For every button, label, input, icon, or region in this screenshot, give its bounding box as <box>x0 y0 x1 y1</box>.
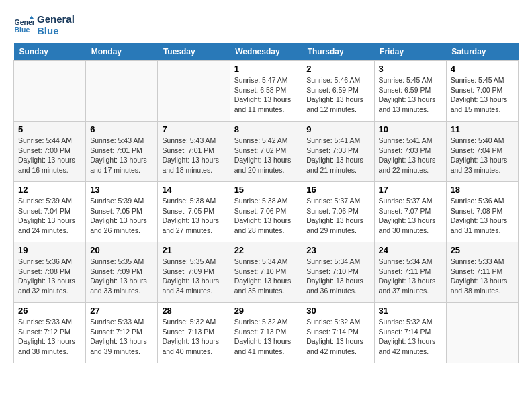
day-number: 22 <box>234 245 298 255</box>
day-number: 25 <box>451 245 514 255</box>
day-number: 31 <box>379 306 442 316</box>
day-info: Sunrise: 5:35 AMSunset: 7:09 PMDaylight:… <box>90 257 153 296</box>
day-info: Sunrise: 5:33 AMSunset: 7:11 PMDaylight:… <box>451 257 514 296</box>
day-info: Sunrise: 5:32 AMSunset: 7:14 PMDaylight:… <box>306 317 369 357</box>
calendar-cell: 13Sunrise: 5:39 AMSunset: 7:05 PMDayligh… <box>86 182 158 242</box>
day-number: 5 <box>18 124 81 134</box>
day-info: Sunrise: 5:42 AMSunset: 7:02 PMDaylight:… <box>234 136 298 175</box>
calendar-cell: 18Sunrise: 5:36 AMSunset: 7:08 PMDayligh… <box>446 182 518 242</box>
calendar-cell: 20Sunrise: 5:35 AMSunset: 7:09 PMDayligh… <box>86 242 158 303</box>
calendar-week-row: 19Sunrise: 5:36 AMSunset: 7:08 PMDayligh… <box>14 242 519 303</box>
day-number: 1 <box>234 64 298 74</box>
calendar-cell: 14Sunrise: 5:38 AMSunset: 7:05 PMDayligh… <box>158 182 230 242</box>
day-info: Sunrise: 5:32 AMSunset: 7:14 PMDaylight:… <box>379 317 442 357</box>
day-number: 19 <box>18 245 81 255</box>
day-info: Sunrise: 5:33 AMSunset: 7:12 PMDaylight:… <box>90 317 153 357</box>
day-number: 24 <box>379 245 442 255</box>
calendar-cell: 7Sunrise: 5:43 AMSunset: 7:01 PMDaylight… <box>158 122 230 182</box>
column-header-wednesday: Wednesday <box>230 43 302 61</box>
day-info: Sunrise: 5:37 AMSunset: 7:07 PMDaylight:… <box>379 196 442 236</box>
day-number: 27 <box>90 306 153 316</box>
day-info: Sunrise: 5:39 AMSunset: 7:04 PMDaylight:… <box>18 196 81 236</box>
calendar-cell: 1Sunrise: 5:47 AMSunset: 6:58 PMDaylight… <box>230 61 302 122</box>
calendar-cell: 4Sunrise: 5:45 AMSunset: 7:00 PMDaylight… <box>446 61 518 122</box>
day-number: 20 <box>90 245 153 255</box>
calendar-cell: 8Sunrise: 5:42 AMSunset: 7:02 PMDaylight… <box>230 122 302 182</box>
day-info: Sunrise: 5:43 AMSunset: 7:01 PMDaylight:… <box>90 136 153 175</box>
calendar-cell <box>446 303 518 363</box>
day-info: Sunrise: 5:43 AMSunset: 7:01 PMDaylight:… <box>162 136 225 175</box>
day-info: Sunrise: 5:40 AMSunset: 7:04 PMDaylight:… <box>451 136 514 175</box>
calendar-cell: 5Sunrise: 5:44 AMSunset: 7:00 PMDaylight… <box>14 122 86 182</box>
day-info: Sunrise: 5:36 AMSunset: 7:08 PMDaylight:… <box>18 257 81 296</box>
calendar-cell <box>86 61 158 122</box>
logo-blue: Blue <box>37 25 75 36</box>
calendar-week-row: 26Sunrise: 5:33 AMSunset: 7:12 PMDayligh… <box>14 303 519 363</box>
calendar-cell: 11Sunrise: 5:40 AMSunset: 7:04 PMDayligh… <box>446 122 518 182</box>
day-info: Sunrise: 5:39 AMSunset: 7:05 PMDaylight:… <box>90 196 153 236</box>
calendar-cell: 2Sunrise: 5:46 AMSunset: 6:59 PMDaylight… <box>302 61 374 122</box>
day-number: 11 <box>451 124 514 134</box>
day-info: Sunrise: 5:33 AMSunset: 7:12 PMDaylight:… <box>18 317 81 357</box>
page-header: General Blue General Blue <box>13 13 519 36</box>
column-header-saturday: Saturday <box>446 43 518 61</box>
calendar-cell: 25Sunrise: 5:33 AMSunset: 7:11 PMDayligh… <box>446 242 518 303</box>
calendar-week-row: 12Sunrise: 5:39 AMSunset: 7:04 PMDayligh… <box>14 182 519 242</box>
logo: General Blue General Blue <box>13 13 75 36</box>
calendar-header-row: SundayMondayTuesdayWednesdayThursdayFrid… <box>14 43 519 61</box>
day-info: Sunrise: 5:32 AMSunset: 7:13 PMDaylight:… <box>234 317 298 357</box>
calendar-cell: 27Sunrise: 5:33 AMSunset: 7:12 PMDayligh… <box>86 303 158 363</box>
day-number: 6 <box>90 124 153 134</box>
calendar-cell: 31Sunrise: 5:32 AMSunset: 7:14 PMDayligh… <box>374 303 446 363</box>
svg-text:Blue: Blue <box>15 26 30 34</box>
day-info: Sunrise: 5:38 AMSunset: 7:05 PMDaylight:… <box>162 196 225 236</box>
calendar-cell: 26Sunrise: 5:33 AMSunset: 7:12 PMDayligh… <box>14 303 86 363</box>
day-info: Sunrise: 5:34 AMSunset: 7:11 PMDaylight:… <box>379 257 442 296</box>
logo-icon: General Blue <box>13 15 34 35</box>
day-number: 7 <box>162 124 225 134</box>
calendar-cell: 28Sunrise: 5:32 AMSunset: 7:13 PMDayligh… <box>158 303 230 363</box>
calendar-cell: 6Sunrise: 5:43 AMSunset: 7:01 PMDaylight… <box>86 122 158 182</box>
day-number: 2 <box>306 64 369 74</box>
day-number: 9 <box>306 124 369 134</box>
day-number: 14 <box>162 185 225 195</box>
calendar-cell: 24Sunrise: 5:34 AMSunset: 7:11 PMDayligh… <box>374 242 446 303</box>
calendar-cell: 30Sunrise: 5:32 AMSunset: 7:14 PMDayligh… <box>302 303 374 363</box>
day-info: Sunrise: 5:35 AMSunset: 7:09 PMDaylight:… <box>162 257 225 296</box>
calendar-cell <box>158 61 230 122</box>
day-info: Sunrise: 5:45 AMSunset: 7:00 PMDaylight:… <box>451 75 514 115</box>
day-info: Sunrise: 5:47 AMSunset: 6:58 PMDaylight:… <box>234 75 298 115</box>
column-header-friday: Friday <box>374 43 446 61</box>
day-number: 3 <box>379 64 442 74</box>
day-number: 18 <box>451 185 514 195</box>
day-number: 30 <box>306 306 369 316</box>
day-info: Sunrise: 5:34 AMSunset: 7:10 PMDaylight:… <box>234 257 298 296</box>
column-header-tuesday: Tuesday <box>158 43 230 61</box>
calendar-cell: 12Sunrise: 5:39 AMSunset: 7:04 PMDayligh… <box>14 182 86 242</box>
day-info: Sunrise: 5:38 AMSunset: 7:06 PMDaylight:… <box>234 196 298 236</box>
day-info: Sunrise: 5:32 AMSunset: 7:13 PMDaylight:… <box>162 317 225 357</box>
day-number: 8 <box>234 124 298 134</box>
calendar-cell: 23Sunrise: 5:34 AMSunset: 7:10 PMDayligh… <box>302 242 374 303</box>
day-number: 29 <box>234 306 298 316</box>
day-number: 21 <box>162 245 225 255</box>
calendar-cell: 3Sunrise: 5:45 AMSunset: 6:59 PMDaylight… <box>374 61 446 122</box>
day-number: 12 <box>18 185 81 195</box>
calendar-week-row: 1Sunrise: 5:47 AMSunset: 6:58 PMDaylight… <box>14 61 519 122</box>
column-header-thursday: Thursday <box>302 43 374 61</box>
calendar-cell <box>14 61 86 122</box>
day-info: Sunrise: 5:34 AMSunset: 7:10 PMDaylight:… <box>306 257 369 296</box>
day-info: Sunrise: 5:45 AMSunset: 6:59 PMDaylight:… <box>379 75 442 115</box>
logo-general: General <box>37 13 75 25</box>
day-number: 23 <box>306 245 369 255</box>
day-info: Sunrise: 5:41 AMSunset: 7:03 PMDaylight:… <box>379 136 442 175</box>
day-number: 17 <box>379 185 442 195</box>
day-info: Sunrise: 5:46 AMSunset: 6:59 PMDaylight:… <box>306 75 369 115</box>
calendar-cell: 9Sunrise: 5:41 AMSunset: 7:03 PMDaylight… <box>302 122 374 182</box>
calendar-cell: 22Sunrise: 5:34 AMSunset: 7:10 PMDayligh… <box>230 242 302 303</box>
day-number: 13 <box>90 185 153 195</box>
calendar-cell: 10Sunrise: 5:41 AMSunset: 7:03 PMDayligh… <box>374 122 446 182</box>
calendar-cell: 29Sunrise: 5:32 AMSunset: 7:13 PMDayligh… <box>230 303 302 363</box>
day-info: Sunrise: 5:41 AMSunset: 7:03 PMDaylight:… <box>306 136 369 175</box>
calendar-cell: 15Sunrise: 5:38 AMSunset: 7:06 PMDayligh… <box>230 182 302 242</box>
